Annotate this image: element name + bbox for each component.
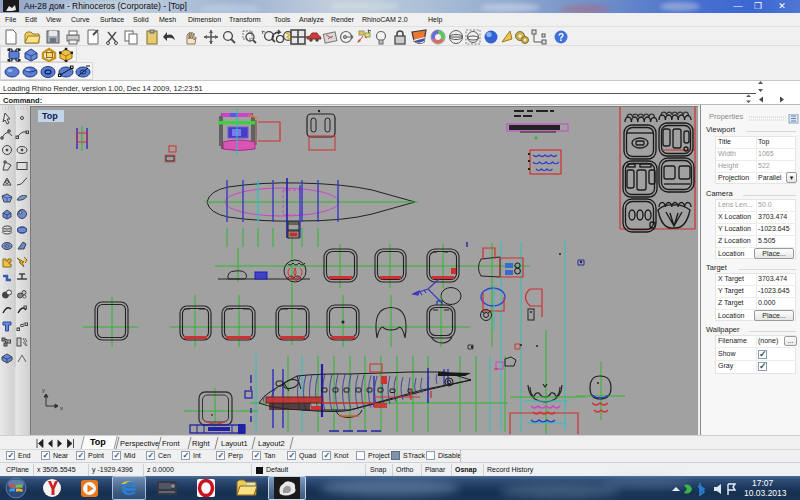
svg-text:?: ? (558, 32, 564, 43)
svg-text:y: y (42, 387, 45, 393)
svg-text:x: x (60, 405, 63, 411)
